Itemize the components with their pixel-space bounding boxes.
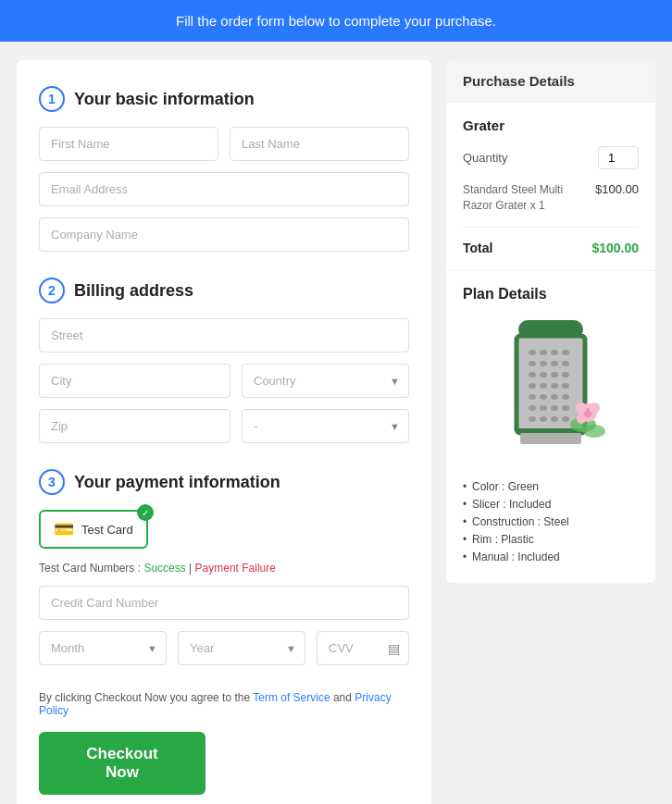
purchase-title: Purchase Details: [463, 73, 575, 89]
name-row: [39, 127, 409, 161]
terms-text: By clicking Checkout Now you agree to th…: [39, 691, 409, 717]
svg-point-15: [529, 383, 536, 389]
basic-info-header: 1 Your basic information: [39, 86, 409, 112]
country-select[interactable]: Country: [242, 364, 409, 398]
cvv-wrapper: ▤: [317, 631, 409, 665]
plan-details-section: Plan Details: [446, 270, 655, 583]
test-card-prefix: Test Card Numbers :: [39, 562, 141, 575]
credit-card-icon: 💳: [54, 519, 74, 539]
svg-point-8: [540, 361, 547, 366]
street-input[interactable]: [39, 318, 409, 353]
zip-input[interactable]: [39, 409, 230, 443]
svg-point-19: [529, 394, 536, 400]
svg-point-13: [551, 372, 558, 377]
year-select[interactable]: Year: [178, 631, 305, 665]
product-name: Grater: [463, 118, 639, 133]
main-container: 1 Your basic information 2 Billing addre…: [0, 42, 672, 804]
billing-title: Billing address: [74, 281, 193, 301]
month-select[interactable]: Month: [39, 631, 167, 665]
checkout-button[interactable]: Checkout Now: [39, 732, 205, 795]
section-3-number: 3: [39, 469, 65, 495]
zip-state-row: - ▼: [39, 409, 409, 443]
banner-text: Fill the order form below to complete yo…: [176, 13, 496, 29]
email-row: [39, 172, 409, 206]
left-panel: 1 Your basic information 2 Billing addre…: [17, 60, 431, 804]
billing-section: 2 Billing address Country ▼ -: [39, 278, 409, 443]
svg-point-16: [540, 383, 547, 389]
terms-before: By clicking Checkout Now you agree to th…: [39, 691, 253, 704]
payment-title: Your payment information: [74, 473, 280, 492]
state-wrapper: - ▼: [242, 409, 409, 443]
purchase-header: Purchase Details: [446, 60, 655, 103]
svg-point-4: [540, 350, 547, 355]
year-wrapper: Year ▼: [178, 631, 305, 665]
svg-rect-1: [516, 336, 585, 433]
company-row: [39, 217, 409, 252]
svg-point-23: [529, 405, 536, 411]
cvv-card-icon: ▤: [388, 641, 400, 656]
last-name-input[interactable]: [230, 127, 409, 161]
state-select[interactable]: -: [242, 409, 409, 443]
svg-point-28: [540, 416, 547, 422]
city-input[interactable]: [39, 364, 230, 398]
price-row: Standard Steel Multi Razor Grater x 1 $1…: [463, 182, 639, 228]
cc-row: [39, 586, 409, 620]
svg-point-3: [529, 350, 536, 355]
svg-point-25: [551, 405, 558, 411]
billing-header: 2 Billing address: [39, 278, 409, 303]
svg-point-21: [551, 394, 558, 400]
check-badge-icon: ✓: [137, 504, 154, 521]
total-label: Total: [463, 241, 492, 255]
svg-point-29: [551, 416, 558, 422]
quantity-input[interactable]: [598, 146, 639, 169]
tos-link[interactable]: Term of Service: [253, 691, 330, 704]
first-name-input[interactable]: [39, 127, 218, 161]
svg-point-9: [551, 361, 558, 366]
svg-point-18: [562, 383, 569, 389]
svg-point-11: [529, 372, 536, 377]
payment-header: 3 Your payment information: [39, 469, 409, 495]
svg-point-30: [562, 416, 569, 422]
month-wrapper: Month ▼: [39, 631, 167, 665]
svg-point-37: [576, 402, 587, 414]
failure-link[interactable]: Payment Failure: [195, 562, 276, 575]
email-input[interactable]: [39, 172, 409, 206]
svg-point-24: [540, 405, 547, 411]
cc-number-input[interactable]: [39, 586, 409, 620]
card-details-row: Month ▼ Year ▼ ▤: [39, 631, 409, 665]
plan-feature-item: Slicer : Included: [463, 498, 639, 511]
svg-point-7: [529, 361, 536, 366]
svg-point-20: [540, 394, 547, 400]
svg-point-17: [551, 383, 558, 389]
svg-point-6: [562, 350, 569, 355]
payment-section: 3 Your payment information 💳 Test Card ✓…: [39, 469, 409, 665]
street-row: [39, 318, 409, 353]
purchase-body: Grater Quantity Standard Steel Multi Raz…: [446, 103, 655, 270]
svg-rect-32: [520, 433, 581, 444]
plan-title: Plan Details: [463, 286, 639, 303]
company-input[interactable]: [39, 217, 409, 252]
svg-point-12: [540, 372, 547, 377]
svg-point-5: [551, 350, 558, 355]
city-country-row: Country ▼: [39, 364, 409, 398]
total-row: Total $100.00: [463, 241, 639, 255]
svg-point-22: [562, 394, 569, 400]
product-image-wrapper: [463, 315, 639, 467]
top-banner: Fill the order form below to complete yo…: [0, 0, 672, 42]
svg-point-38: [589, 402, 600, 414]
svg-point-27: [529, 416, 536, 422]
price-amount: $100.00: [595, 182, 639, 196]
plan-features: Color : GreenSlicer : IncludedConstructi…: [463, 480, 639, 563]
right-panel: Purchase Details Grater Quantity Standar…: [446, 60, 655, 583]
plan-feature-item: Manual : Included: [463, 550, 639, 563]
success-link[interactable]: Success: [143, 562, 185, 575]
quantity-label: Quantity: [463, 151, 507, 165]
basic-info-title: Your basic information: [74, 90, 255, 109]
plan-feature-item: Rim : Plastic: [463, 533, 639, 546]
terms-and: and: [333, 691, 355, 704]
country-wrapper: Country ▼: [242, 364, 409, 398]
svg-point-26: [562, 405, 569, 411]
svg-point-10: [562, 361, 569, 366]
section-1-number: 1: [39, 86, 65, 112]
card-option[interactable]: 💳 Test Card ✓: [39, 510, 148, 549]
